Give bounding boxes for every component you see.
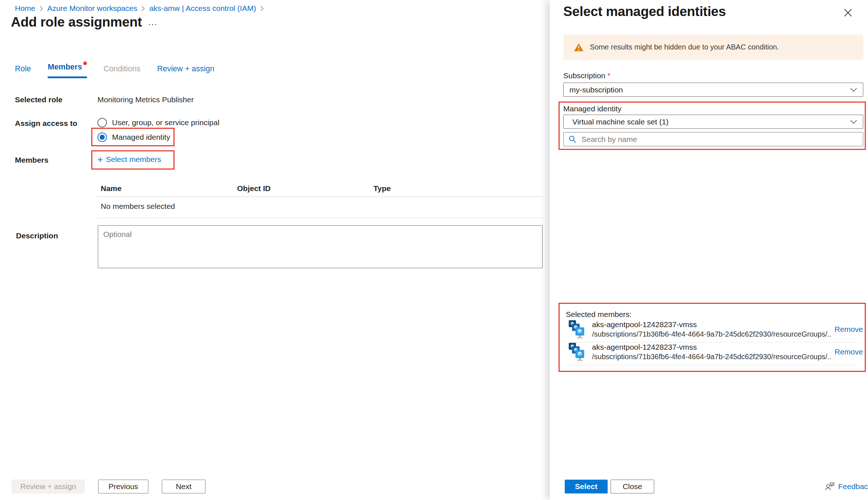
tab-conditions: Conditions	[104, 64, 141, 78]
column-header-name: Name	[101, 184, 121, 193]
members-table: Name Object ID Type No members selected	[97, 182, 543, 218]
warning-text: Some results might be hidden due to your…	[590, 43, 779, 51]
radio-user-group-service-principal[interactable]: User, group, or service principal	[97, 118, 219, 127]
managed-identity-dropdown-value: Virtual machine scale set (1)	[572, 118, 669, 126]
members-tab-notification-dot	[83, 61, 87, 65]
search-input[interactable]	[581, 135, 858, 144]
subscription-dropdown[interactable]: my-subscription	[563, 83, 863, 97]
next-button[interactable]: Next	[162, 480, 205, 493]
radio-managed-identity[interactable]: Managed identity	[97, 132, 170, 142]
close-panel-button[interactable]	[839, 4, 857, 21]
plus-icon: +	[97, 156, 103, 163]
select-button[interactable]: Select	[565, 480, 608, 493]
search-box	[563, 132, 863, 146]
remove-member-link[interactable]: Remove	[835, 348, 863, 356]
breadcrumb: Home Azure Monitor workspaces aks-amw | …	[15, 4, 264, 13]
managed-identity-dropdown[interactable]: Virtual machine scale set (1)	[563, 115, 863, 129]
radio-user-group-label: User, group, or service principal	[112, 118, 219, 127]
close-button[interactable]: Close	[611, 480, 654, 493]
selected-role-value: Monitoring Metrics Publisher	[97, 95, 194, 104]
tab-review-assign[interactable]: Review + assign	[157, 64, 214, 78]
column-header-type: Type	[373, 184, 391, 193]
description-textarea[interactable]	[98, 225, 543, 268]
subscription-label-text: Subscription	[563, 71, 605, 80]
chevron-right-icon	[40, 6, 43, 11]
feedback-label: Feedback	[838, 482, 868, 491]
select-members-label: Select members	[106, 155, 161, 164]
member-resource-path: /subscriptions/71b36fb6-4fe4-4664-9a7b-2…	[592, 353, 832, 361]
members-table-header: Name Object ID Type	[97, 182, 543, 197]
radio-circle-selected	[97, 132, 107, 142]
subscription-label: Subscription*	[563, 71, 611, 80]
divider	[566, 365, 860, 365]
member-resource-path: /subscriptions/71b36fb6-4fe4-4664-9a7b-2…	[592, 330, 832, 338]
chevron-right-icon	[260, 6, 264, 11]
selected-role-label: Selected role	[15, 95, 63, 104]
tab-members-label: Members	[48, 63, 82, 71]
no-members-selected-text: No members selected	[101, 202, 175, 211]
managed-identity-label: Managed identity	[563, 104, 621, 113]
select-members-link[interactable]: + Select members	[97, 155, 161, 164]
selected-members-label: Selected members:	[566, 310, 632, 319]
warning-triangle-icon	[574, 43, 584, 52]
member-name: aks-agentpool-12428237-vmss	[592, 320, 697, 329]
vmss-icon	[569, 320, 585, 339]
chevron-down-icon	[850, 88, 857, 92]
member-name: aks-agentpool-12428237-vmss	[592, 343, 697, 352]
members-label: Members	[15, 156, 48, 164]
breadcrumb-azure-monitor-workspaces[interactable]: Azure Monitor workspaces	[47, 4, 137, 13]
radio-circle-unselected	[97, 118, 107, 127]
tab-members[interactable]: Members	[48, 63, 87, 78]
column-header-object-id: Object ID	[237, 184, 271, 193]
feedback-link[interactable]: Feedback	[825, 482, 868, 491]
description-label: Description	[16, 231, 58, 240]
select-managed-identities-panel: Select managed identities Some results m…	[550, 0, 868, 500]
review-assign-button[interactable]: Review + assign	[12, 480, 85, 493]
page-title: Add role assignment	[11, 15, 142, 30]
breadcrumb-access-control[interactable]: aks-amw | Access control (IAM)	[149, 4, 256, 13]
remove-member-link[interactable]: Remove	[835, 325, 863, 334]
divider	[566, 342, 860, 342]
description-field-container	[98, 225, 543, 268]
tab-role[interactable]: Role	[15, 64, 31, 78]
vmss-icon	[569, 343, 585, 362]
radio-managed-identity-label: Managed identity	[112, 133, 170, 142]
search-icon	[568, 135, 577, 143]
previous-button[interactable]: Previous	[98, 480, 148, 493]
warning-banner: Some results might be hidden due to your…	[563, 35, 863, 60]
table-row: No members selected	[97, 197, 543, 218]
assign-access-to-label: Assign access to	[15, 119, 77, 128]
required-asterisk: *	[608, 71, 611, 80]
feedback-icon	[825, 482, 835, 491]
tab-bar: Role Members Conditions Review + assign	[15, 63, 214, 78]
chevron-down-icon	[850, 120, 857, 124]
chevron-right-icon	[141, 6, 145, 11]
panel-title: Select managed identities	[563, 4, 726, 19]
subscription-dropdown-value: my-subscription	[569, 86, 623, 94]
more-options-button[interactable]: …	[145, 16, 161, 28]
breadcrumb-home[interactable]: Home	[15, 4, 35, 13]
close-icon	[844, 9, 852, 17]
